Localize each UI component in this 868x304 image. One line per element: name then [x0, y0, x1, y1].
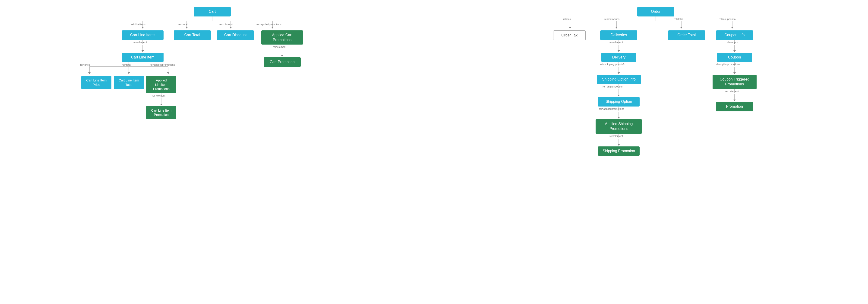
svg-text:rel=element: rel=element [273, 46, 286, 48]
acp-connector: rel=element [261, 45, 303, 57]
applied-lineitem-promotions-node: Applied Lineitem Promotions [146, 76, 176, 93]
cart-discount-node: Cart Discount [217, 30, 254, 40]
svg-marker-62 [618, 95, 620, 96]
shipping-option-info-node: Shipping Option Info [597, 75, 641, 84]
delivery-to-soi-connector: rel=shippingoptioninfo [596, 62, 642, 75]
svg-text:rel=discount: rel=discount [219, 23, 233, 26]
order-node: Order [637, 7, 674, 17]
svg-text:rel=price: rel=price [80, 63, 90, 66]
svg-text:rel=shippingoption: rel=shippingoption [602, 85, 623, 88]
svg-text:rel=element: rel=element [610, 135, 623, 137]
svg-marker-74 [734, 50, 736, 52]
svg-text:rel=appliedpromotions: rel=appliedpromotions [599, 107, 624, 110]
svg-marker-46 [680, 27, 682, 29]
order-tax-node: Order Tax [553, 30, 586, 40]
coupon-triggered-promotions-node: Coupon Triggered Promotions [713, 75, 756, 89]
svg-text:rel=deliveries: rel=deliveries [604, 18, 620, 21]
cart-line-item-promotion-node: Cart Line Item Promotion [146, 106, 176, 119]
order-tree: Order rel=tax rel=deliveries rel=total [453, 7, 859, 156]
cli-to-item-connector: rel=element [122, 40, 163, 53]
svg-marker-24 [128, 73, 130, 74]
promotion-node: Promotion [716, 102, 753, 111]
svg-text:rel=couponinfo: rel=couponinfo [719, 18, 736, 21]
deliveries-connector: rel=element [600, 40, 637, 53]
svg-marker-54 [618, 50, 620, 52]
svg-marker-49 [731, 27, 734, 29]
coupon-info-node: Coupon Info [716, 30, 753, 40]
svg-marker-43 [615, 27, 618, 29]
tree-divider [434, 7, 434, 156]
applied-cart-promotions-node: Applied Cart Promotions [261, 30, 303, 45]
delivery-node: Delivery [601, 53, 636, 62]
svg-marker-40 [569, 27, 571, 29]
svg-text:rel=total: rel=total [122, 63, 131, 66]
coupon-to-ctp-connector: rel=appliedpromotions [709, 62, 760, 75]
cart-line-items-node: Cart Line Items [122, 30, 163, 40]
order-total-node: Order Total [668, 30, 705, 40]
svg-marker-17 [142, 50, 144, 52]
cart-promotion-node: Cart Promotion [264, 57, 301, 67]
cart-node: Cart [194, 7, 231, 17]
cart-line-item-total-node: Cart Line Item Total [114, 76, 144, 89]
applied-shipping-promotions-node: Applied Shipping Promotions [596, 119, 642, 134]
svg-text:rel=element: rel=element [152, 94, 165, 97]
svg-marker-12 [271, 27, 274, 29]
ci-to-coupon-connector: rel=coupon [716, 40, 753, 53]
order-root-connector: rel=tax rel=deliveries rel=total rel=cou… [552, 17, 760, 30]
shipping-promotion-node: Shipping Promotion [598, 146, 640, 156]
asp-to-sp-connector: rel=element [596, 134, 642, 146]
cart-total-node: Cart Total [174, 30, 211, 40]
cart-line-item-price-node: Cart Line Item Price [81, 76, 112, 89]
cart-tree: Cart rel=lineItems rel=total rel=discoun… [9, 7, 415, 119]
svg-text:rel=coupon: rel=coupon [726, 41, 739, 44]
svg-marker-32 [160, 104, 162, 105]
svg-text:rel=appliedpromotions: rel=appliedpromotions [715, 63, 740, 66]
svg-marker-58 [618, 73, 620, 74]
svg-marker-3 [142, 27, 144, 29]
svg-marker-36 [281, 55, 283, 57]
shipping-option-node: Shipping Option [598, 97, 640, 107]
svg-text:rel=element: rel=element [133, 41, 147, 44]
cart-root-connector: rel=lineItems rel=total rel=discount rel… [117, 17, 307, 30]
so-to-asp-connector: rel=appliedpromotions [592, 107, 645, 119]
svg-text:rel=total: rel=total [674, 18, 683, 21]
diagram-container: Cart rel=lineItems rel=total rel=discoun… [0, 0, 868, 163]
svg-text:rel=element: rel=element [725, 90, 739, 93]
svg-marker-27 [167, 73, 169, 74]
svg-text:rel=element: rel=element [610, 41, 623, 44]
svg-marker-66 [618, 117, 620, 118]
svg-text:rel=appliedpromotions: rel=appliedpromotions [150, 63, 175, 66]
svg-text:rel=tax: rel=tax [563, 18, 571, 21]
svg-text:rel=shippingoptioninfo: rel=shippingoptioninfo [600, 63, 625, 66]
alip-connector: rel=element [146, 93, 176, 106]
svg-marker-78 [734, 73, 736, 74]
cli-children-connector: rel=price rel=total rel=appliedpromotion… [80, 62, 178, 76]
ctp-to-promotion-connector: rel=element [713, 89, 756, 102]
svg-marker-82 [734, 100, 736, 101]
svg-text:rel=total: rel=total [178, 23, 187, 26]
coupon-node: Coupon [717, 53, 752, 62]
svg-text:rel=appliedpromotions: rel=appliedpromotions [256, 23, 282, 26]
cart-line-item-node: Cart Line Item [122, 53, 163, 62]
svg-marker-21 [88, 73, 91, 74]
svg-marker-6 [186, 27, 188, 29]
svg-marker-9 [229, 27, 232, 29]
svg-marker-70 [618, 144, 620, 146]
soi-to-so-connector: rel=shippingoption [597, 84, 641, 97]
deliveries-node: Deliveries [600, 30, 637, 40]
svg-text:rel=lineItems: rel=lineItems [131, 23, 146, 26]
